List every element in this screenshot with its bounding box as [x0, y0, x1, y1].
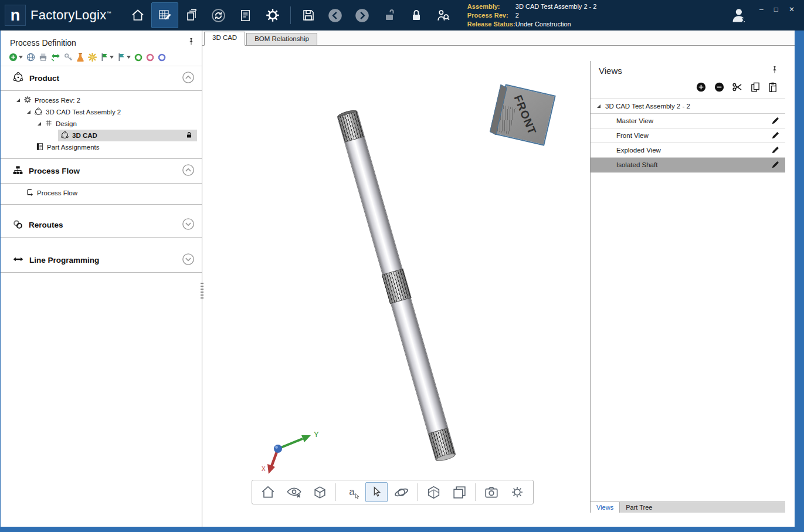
process-flow-header[interactable]: Process Flow	[1, 159, 202, 184]
axis-y-label: Y	[314, 430, 319, 439]
minimize-button[interactable]: –	[759, 6, 764, 13]
annotation-icon[interactable]: a	[340, 482, 364, 503]
views-panel-title: Views	[599, 66, 622, 76]
edit-pencil-icon[interactable]	[771, 131, 779, 140]
unlock-button[interactable]	[376, 2, 403, 28]
process-editor-button[interactable]	[151, 2, 178, 28]
design-grid-icon	[45, 119, 53, 128]
settings-gear-button[interactable]	[259, 2, 286, 28]
tree-item-process-rev[interactable]: Process Rev: 2	[1, 94, 202, 106]
views-root-row[interactable]: 3D CAD Test Assembly 2 - 2	[591, 99, 785, 114]
tree-item-design[interactable]: Design	[1, 118, 202, 130]
viewport-settings-icon[interactable]	[505, 482, 530, 503]
flag-teal-icon[interactable]	[117, 53, 131, 62]
link-icon[interactable]	[26, 53, 35, 62]
gear-icon	[23, 96, 32, 105]
collapse-product-icon[interactable]	[182, 71, 195, 86]
product-header[interactable]: Product	[1, 66, 202, 91]
paste-icon[interactable]	[768, 82, 777, 92]
save-button[interactable]	[295, 2, 322, 28]
selected-tree-highlight: 3D CAD	[58, 130, 197, 141]
import-export-icon[interactable]	[51, 53, 60, 62]
line-programming-header[interactable]: Line Programming	[1, 248, 202, 273]
expand-reroutes-icon[interactable]	[182, 218, 195, 232]
print-icon[interactable]	[39, 53, 48, 62]
view-row-front[interactable]: Front View	[591, 128, 785, 143]
sync-button[interactable]	[205, 2, 232, 28]
status-pink-icon[interactable]	[146, 53, 154, 62]
visibility-icon[interactable]	[281, 482, 306, 503]
process-rev-value: 2	[515, 12, 519, 19]
views-toolbar	[591, 77, 785, 99]
status-blue-icon[interactable]	[158, 53, 166, 62]
collapse-process-flow-icon[interactable]	[182, 164, 195, 178]
copy-icon[interactable]	[751, 82, 760, 92]
highlight-icon[interactable]	[88, 53, 97, 62]
edit-pencil-icon[interactable]	[771, 117, 779, 125]
select-cursor-icon[interactable]	[365, 482, 388, 502]
shaft-model[interactable]	[337, 110, 456, 461]
home-view-icon[interactable]	[256, 482, 280, 503]
reroutes-label: Reroutes	[29, 221, 63, 229]
app-window: n FactoryLogix™	[0, 0, 804, 532]
tree-item-part-assignments[interactable]: Part Assignments	[1, 141, 202, 153]
toolbar-separator	[335, 483, 336, 501]
lock-button[interactable]	[403, 2, 430, 28]
pin-icon[interactable]	[771, 66, 778, 76]
key-icon[interactable]	[64, 53, 73, 62]
isometric-view-icon[interactable]	[421, 482, 446, 503]
pin-icon[interactable]	[188, 38, 195, 48]
cad-icon	[60, 131, 69, 141]
add-view-icon[interactable]	[696, 82, 706, 92]
remove-view-icon[interactable]	[714, 82, 724, 92]
process-flow-icon	[12, 165, 23, 178]
maximize-button[interactable]: □	[774, 6, 778, 13]
titlebar: n FactoryLogix™	[0, 0, 804, 31]
orientation-cube[interactable]: FRONT	[494, 84, 556, 146]
user-session-icon[interactable]	[728, 4, 751, 27]
section-line-programming: Line Programming	[1, 248, 202, 273]
edit-pencil-icon[interactable]	[771, 161, 779, 169]
home-button[interactable]	[124, 2, 151, 28]
tree-item-3d-cad[interactable]: 3D CAD	[1, 130, 202, 141]
expand-line-programming-icon[interactable]	[182, 253, 195, 267]
camera-icon[interactable]	[479, 482, 504, 503]
product-tree: Process Rev: 2 3D CAD Test Assembly 2 De…	[1, 91, 202, 159]
reroutes-icon	[12, 219, 23, 232]
panel-splitter[interactable]	[201, 283, 203, 299]
orbit-icon[interactable]	[389, 482, 413, 503]
tab-bom-relationship[interactable]: BOM Relationship	[246, 33, 317, 46]
expander-icon[interactable]	[16, 98, 21, 103]
views-panel: Views 3D CAD Test Assemb	[590, 61, 785, 513]
layers-icon[interactable]	[447, 482, 471, 503]
expander-icon[interactable]	[37, 121, 42, 126]
tab-views[interactable]: Views	[591, 502, 620, 513]
edit-pencil-icon[interactable]	[771, 146, 779, 154]
view-row-master[interactable]: Master View	[591, 114, 785, 128]
back-button[interactable]	[322, 2, 349, 28]
test-flask-icon[interactable]	[76, 53, 84, 62]
cut-icon[interactable]	[732, 83, 742, 92]
axis-triad: Y X	[258, 424, 323, 483]
process-flow-label: Process Flow	[29, 167, 80, 175]
tree-item-process-flow[interactable]: Process Flow	[1, 187, 202, 199]
add-item-icon[interactable]	[9, 53, 23, 62]
status-green-icon[interactable]	[134, 53, 143, 62]
cube-view-icon[interactable]	[307, 482, 332, 503]
view-row-exploded[interactable]: Exploded View	[591, 143, 785, 158]
cad-viewport[interactable]: FRONT Y X	[202, 46, 795, 527]
materials-button[interactable]	[178, 2, 205, 28]
reroutes-header[interactable]: Reroutes	[1, 213, 202, 238]
line-programming-icon	[12, 253, 24, 267]
reports-button[interactable]	[232, 2, 259, 28]
expander-icon[interactable]	[596, 104, 601, 109]
tree-item-assembly[interactable]: 3D CAD Test Assembly 2	[1, 106, 202, 118]
tab-part-tree[interactable]: Part Tree	[620, 502, 658, 513]
view-row-isolated-shaft[interactable]: Isolated Shaft	[591, 158, 785, 172]
close-button[interactable]: ✕	[789, 6, 795, 13]
tab-3d-cad[interactable]: 3D CAD	[204, 32, 245, 46]
forward-button[interactable]	[349, 2, 376, 28]
flag-green-icon[interactable]	[100, 53, 114, 62]
user-search-button[interactable]	[430, 2, 457, 28]
expander-icon[interactable]	[26, 110, 31, 114]
